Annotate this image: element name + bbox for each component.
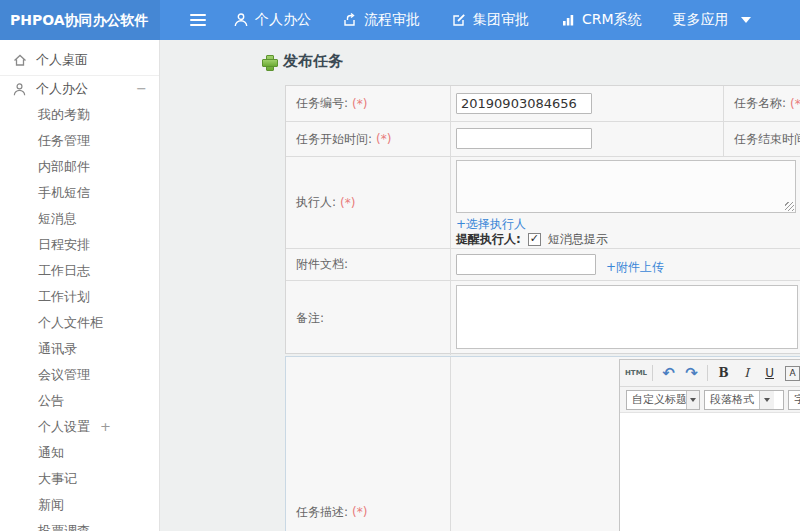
person-icon: [233, 12, 249, 28]
font-style-box-button[interactable]: A: [782, 363, 800, 384]
nav-item-2[interactable]: 流程审批: [342, 11, 420, 29]
task-number-label: 任务编号:: [296, 95, 348, 112]
nav-item-4[interactable]: CRM系统: [560, 11, 642, 29]
undo-icon[interactable]: ↶: [658, 363, 679, 384]
sidebar-item-13[interactable]: 个人设置+: [0, 414, 159, 440]
sidebar-item-label: 我的考勤: [38, 107, 90, 122]
nav-item-3[interactable]: 集团审批: [451, 11, 529, 29]
caret-down-icon: [741, 17, 751, 23]
sidebar-item-label: 公告: [38, 393, 64, 408]
sidebar-item-3[interactable]: 内部邮件: [0, 154, 159, 180]
underline-button[interactable]: U: [759, 363, 780, 384]
sidebar-item-14[interactable]: 通知: [0, 440, 159, 466]
redo-icon[interactable]: ↷: [681, 363, 702, 384]
remark-textarea[interactable]: [456, 285, 798, 349]
menu-toggle-icon[interactable]: [190, 14, 206, 26]
sidebar-item-label: 通知: [38, 445, 64, 460]
top-nav-menu: 个人办公流程审批集团审批CRM系统更多应用: [233, 0, 751, 40]
nav-item-label: 更多应用: [673, 11, 729, 29]
task-number-input[interactable]: [456, 93, 592, 114]
sidebar-item-16[interactable]: 新闻: [0, 492, 159, 518]
nav-item-label: CRM系统: [582, 11, 642, 29]
editor-select-3[interactable]: 字体: [788, 390, 800, 410]
sidebar-item-label: 个人桌面: [36, 51, 88, 69]
editor-select-1[interactable]: 自定义标题: [626, 390, 700, 410]
editor-select-value: 自定义标题: [627, 391, 686, 409]
sidebar-item-label: 新闻: [38, 497, 64, 512]
italic-button[interactable]: I: [736, 363, 757, 384]
sidebar-item-11[interactable]: 会议管理: [0, 362, 159, 388]
required-mark: (*): [352, 97, 367, 111]
resize-grip-icon[interactable]: [785, 202, 794, 211]
app-brand: PHPOA协同办公软件: [10, 0, 149, 40]
add-plus-icon: [262, 55, 276, 69]
sidebar-item-6[interactable]: 日程安排: [0, 232, 159, 258]
html-source-button[interactable]: HTML: [625, 363, 647, 384]
top-navbar: PHPOA协同办公软件 个人办公流程审批集团审批CRM系统更多应用: [0, 0, 800, 40]
bar-chart-icon: [560, 12, 576, 28]
sidebar-item-15[interactable]: 大事记: [0, 466, 159, 492]
start-time-label: 任务开始时间:: [296, 131, 372, 148]
sidebar-item-label: 日程安排: [38, 237, 90, 252]
start-time-input[interactable]: [456, 128, 592, 149]
description-label: 任务描述:: [296, 504, 348, 521]
expand-icon[interactable]: +: [100, 414, 111, 440]
sidebar-submenu: 我的考勤任务管理内部邮件手机短信短消息日程安排工作日志工作计划个人文件柜通讯录会…: [0, 102, 159, 531]
bold-button[interactable]: B: [713, 363, 734, 384]
sidebar-item-12[interactable]: 公告: [0, 388, 159, 414]
attachment-input[interactable]: [456, 254, 596, 275]
sidebar-item-4[interactable]: 手机短信: [0, 180, 159, 206]
sidebar-item-label: 投票调查: [38, 523, 90, 531]
sidebar-item-label: 手机短信: [38, 185, 90, 200]
remark-label: 备注:: [296, 310, 324, 327]
sms-remind-label: 短消息提示: [548, 231, 608, 248]
page-title: 发布任务: [262, 52, 343, 71]
task-form-table: 任务编号: (*) 任务名称: (*) 任务开始时间: (*) 任务结束时间: …: [285, 85, 800, 354]
editor-content-area[interactable]: [620, 415, 800, 531]
sidebar: 个人桌面 个人办公 − 我的考勤任务管理内部邮件手机短信短消息日程安排工作日志工…: [0, 40, 160, 531]
editor-toolbar-row1: HTML ↶ ↷ B I U A ABC X2 X2: [620, 360, 800, 387]
sidebar-item-10[interactable]: 通讯录: [0, 336, 159, 362]
nav-item-label: 集团审批: [473, 11, 529, 29]
nav-item-1[interactable]: 个人办公: [233, 11, 311, 29]
sms-remind-checkbox[interactable]: [528, 233, 541, 246]
sidebar-group-label: 个人办公: [36, 80, 88, 98]
sidebar-item-label: 内部邮件: [38, 159, 90, 174]
nav-item-label: 流程审批: [364, 11, 420, 29]
editor-select-2[interactable]: 段落格式: [704, 390, 784, 410]
sidebar-item-label: 短消息: [38, 211, 77, 226]
sidebar-item-1[interactable]: 我的考勤: [0, 102, 159, 128]
task-name-label: 任务名称:: [734, 95, 786, 112]
collapse-icon[interactable]: −: [136, 76, 147, 102]
sidebar-item-5[interactable]: 短消息: [0, 206, 159, 232]
workflow-export-icon: [342, 12, 358, 28]
editor-toolbar-row2: 自定义标题段落格式字体字号: [620, 387, 800, 413]
remind-executor-label: 提醒执行人:: [456, 231, 521, 248]
sidebar-item-label: 工作日志: [38, 263, 90, 278]
nav-item-label: 个人办公: [255, 11, 311, 29]
rich-text-editor: HTML ↶ ↷ B I U A ABC X2 X2: [619, 359, 800, 531]
attachment-label: 附件文档:: [296, 256, 348, 273]
chevron-down-icon: [686, 391, 699, 409]
task-description-table: 任务描述: (*) HTML ↶ ↷ B I U A: [285, 356, 800, 531]
end-time-label: 任务结束时间:: [734, 131, 800, 148]
sidebar-item-label: 个人文件柜: [38, 315, 103, 330]
sidebar-item-17[interactable]: 投票调查: [0, 518, 159, 531]
sidebar-item-2[interactable]: 任务管理: [0, 128, 159, 154]
nav-item-5[interactable]: 更多应用: [673, 11, 751, 29]
executor-label: 执行人:: [296, 194, 336, 211]
attachment-upload-link[interactable]: +附件上传: [606, 259, 664, 276]
sidebar-item-9[interactable]: 个人文件柜: [0, 310, 159, 336]
sidebar-item-label: 个人设置: [38, 419, 90, 434]
person-icon: [12, 82, 28, 97]
sidebar-group-personal-office[interactable]: 个人办公 −: [0, 76, 159, 102]
sidebar-item-desktop[interactable]: 个人桌面: [0, 44, 159, 76]
sidebar-item-8[interactable]: 工作计划: [0, 284, 159, 310]
edit-square-icon: [451, 12, 467, 28]
sidebar-item-7[interactable]: 工作日志: [0, 258, 159, 284]
home-icon: [12, 52, 28, 68]
main-content: 发布任务 任务编号: (*) 任务名称: (*) 任务开始时间: (*): [160, 40, 800, 531]
executor-textarea[interactable]: [456, 160, 796, 213]
sidebar-item-label: 大事记: [38, 471, 77, 486]
editor-select-value: 段落格式: [705, 391, 759, 409]
